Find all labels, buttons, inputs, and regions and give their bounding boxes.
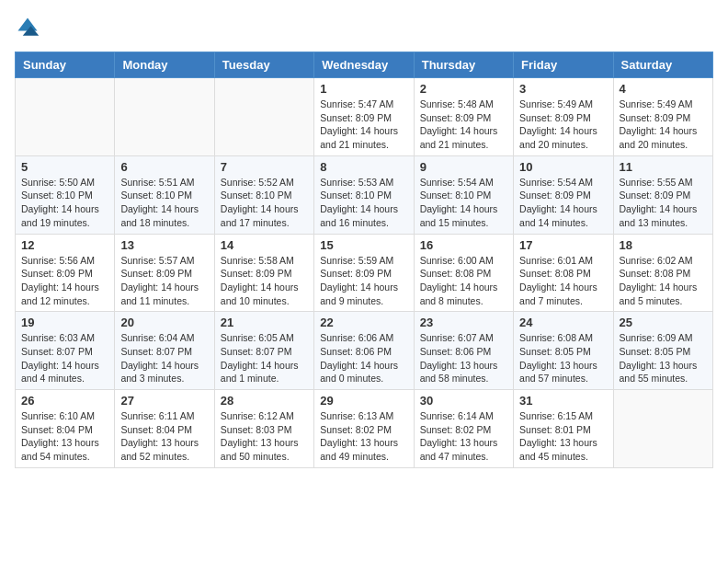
day-cell xyxy=(214,78,313,156)
day-info: Sunrise: 6:03 AM Sunset: 8:07 PM Dayligh… xyxy=(21,331,108,385)
day-info: Sunrise: 6:05 AM Sunset: 8:07 PM Dayligh… xyxy=(221,331,308,385)
day-cell: 6Sunrise: 5:51 AM Sunset: 8:10 PM Daylig… xyxy=(115,155,214,234)
day-info: Sunrise: 5:50 AM Sunset: 8:10 PM Dayligh… xyxy=(21,176,108,230)
day-info: Sunrise: 5:49 AM Sunset: 8:09 PM Dayligh… xyxy=(519,98,607,152)
day-info: Sunrise: 5:49 AM Sunset: 8:09 PM Dayligh… xyxy=(620,98,707,152)
weekday-header-friday: Friday xyxy=(514,52,613,78)
weekday-header-monday: Monday xyxy=(115,52,214,78)
day-number: 20 xyxy=(120,316,208,329)
day-number: 13 xyxy=(120,238,208,252)
day-number: 15 xyxy=(320,238,407,252)
day-info: Sunrise: 5:53 AM Sunset: 8:10 PM Dayligh… xyxy=(320,176,407,230)
day-info: Sunrise: 6:06 AM Sunset: 8:06 PM Dayligh… xyxy=(320,331,407,385)
day-number: 28 xyxy=(221,394,308,408)
day-cell: 26Sunrise: 6:10 AM Sunset: 8:04 PM Dayli… xyxy=(16,390,115,468)
day-cell: 11Sunrise: 5:55 AM Sunset: 8:09 PM Dayli… xyxy=(613,155,712,234)
day-cell: 8Sunrise: 5:53 AM Sunset: 8:10 PM Daylig… xyxy=(314,155,414,234)
day-cell: 14Sunrise: 5:58 AM Sunset: 8:09 PM Dayli… xyxy=(214,234,313,312)
day-cell: 9Sunrise: 5:54 AM Sunset: 8:10 PM Daylig… xyxy=(414,155,513,234)
day-number: 29 xyxy=(320,394,407,408)
day-cell: 5Sunrise: 5:50 AM Sunset: 8:10 PM Daylig… xyxy=(16,155,115,234)
day-number: 17 xyxy=(519,238,607,252)
day-info: Sunrise: 6:09 AM Sunset: 8:05 PM Dayligh… xyxy=(620,331,707,385)
day-info: Sunrise: 5:59 AM Sunset: 8:09 PM Dayligh… xyxy=(320,254,407,308)
day-info: Sunrise: 6:14 AM Sunset: 8:02 PM Dayligh… xyxy=(420,409,507,464)
day-number: 4 xyxy=(620,82,707,96)
day-cell: 1Sunrise: 5:47 AM Sunset: 8:09 PM Daylig… xyxy=(314,78,414,156)
day-info: Sunrise: 5:54 AM Sunset: 8:09 PM Dayligh… xyxy=(519,176,607,230)
day-number: 18 xyxy=(620,238,707,252)
day-number: 16 xyxy=(420,238,507,252)
day-cell: 20Sunrise: 6:04 AM Sunset: 8:07 PM Dayli… xyxy=(115,312,214,390)
day-cell: 29Sunrise: 6:13 AM Sunset: 8:02 PM Dayli… xyxy=(314,390,414,468)
svg-marker-0 xyxy=(18,18,38,31)
day-info: Sunrise: 5:48 AM Sunset: 8:09 PM Dayligh… xyxy=(420,98,507,152)
day-cell: 13Sunrise: 5:57 AM Sunset: 8:09 PM Dayli… xyxy=(115,234,214,312)
day-number: 12 xyxy=(21,238,108,252)
day-number: 14 xyxy=(221,238,308,252)
week-row-4: 19Sunrise: 6:03 AM Sunset: 8:07 PM Dayli… xyxy=(16,312,713,390)
page-header xyxy=(15,15,713,40)
day-info: Sunrise: 6:04 AM Sunset: 8:07 PM Dayligh… xyxy=(120,331,208,385)
day-cell: 21Sunrise: 6:05 AM Sunset: 8:07 PM Dayli… xyxy=(214,312,313,390)
day-cell xyxy=(115,78,214,156)
day-info: Sunrise: 6:13 AM Sunset: 8:02 PM Dayligh… xyxy=(320,409,407,464)
logo xyxy=(15,15,44,40)
day-cell: 23Sunrise: 6:07 AM Sunset: 8:06 PM Dayli… xyxy=(414,312,513,390)
day-number: 24 xyxy=(519,316,607,329)
week-row-5: 26Sunrise: 6:10 AM Sunset: 8:04 PM Dayli… xyxy=(16,390,713,468)
day-info: Sunrise: 6:00 AM Sunset: 8:08 PM Dayligh… xyxy=(420,254,507,308)
day-number: 9 xyxy=(420,160,507,174)
weekday-header-saturday: Saturday xyxy=(613,52,712,78)
day-cell: 30Sunrise: 6:14 AM Sunset: 8:02 PM Dayli… xyxy=(414,390,513,468)
week-row-1: 1Sunrise: 5:47 AM Sunset: 8:09 PM Daylig… xyxy=(16,78,713,156)
day-info: Sunrise: 5:51 AM Sunset: 8:10 PM Dayligh… xyxy=(120,176,208,230)
day-number: 2 xyxy=(420,82,507,96)
day-number: 6 xyxy=(120,160,208,174)
day-cell: 15Sunrise: 5:59 AM Sunset: 8:09 PM Dayli… xyxy=(314,234,414,312)
day-cell: 24Sunrise: 6:08 AM Sunset: 8:05 PM Dayli… xyxy=(514,312,613,390)
day-info: Sunrise: 6:01 AM Sunset: 8:08 PM Dayligh… xyxy=(519,254,607,308)
day-number: 31 xyxy=(519,394,607,408)
day-number: 5 xyxy=(21,160,108,174)
day-cell: 31Sunrise: 6:15 AM Sunset: 8:01 PM Dayli… xyxy=(514,390,613,468)
day-cell xyxy=(613,390,712,468)
day-number: 19 xyxy=(21,316,108,329)
day-cell: 4Sunrise: 5:49 AM Sunset: 8:09 PM Daylig… xyxy=(613,78,712,156)
day-info: Sunrise: 6:07 AM Sunset: 8:06 PM Dayligh… xyxy=(420,331,507,385)
day-cell: 18Sunrise: 6:02 AM Sunset: 8:08 PM Dayli… xyxy=(613,234,712,312)
weekday-header-wednesday: Wednesday xyxy=(314,52,414,78)
day-info: Sunrise: 5:55 AM Sunset: 8:09 PM Dayligh… xyxy=(620,176,707,230)
day-cell: 25Sunrise: 6:09 AM Sunset: 8:05 PM Dayli… xyxy=(613,312,712,390)
day-info: Sunrise: 5:56 AM Sunset: 8:09 PM Dayligh… xyxy=(21,254,108,308)
weekday-header-row: SundayMondayTuesdayWednesdayThursdayFrid… xyxy=(16,52,713,78)
week-row-3: 12Sunrise: 5:56 AM Sunset: 8:09 PM Dayli… xyxy=(16,234,713,312)
day-info: Sunrise: 5:52 AM Sunset: 8:10 PM Dayligh… xyxy=(221,176,308,230)
day-info: Sunrise: 6:12 AM Sunset: 8:03 PM Dayligh… xyxy=(221,409,308,464)
day-info: Sunrise: 6:15 AM Sunset: 8:01 PM Dayligh… xyxy=(519,409,607,464)
day-info: Sunrise: 5:57 AM Sunset: 8:09 PM Dayligh… xyxy=(120,254,208,308)
weekday-header-sunday: Sunday xyxy=(16,52,115,78)
day-number: 26 xyxy=(21,394,108,408)
day-cell: 28Sunrise: 6:12 AM Sunset: 8:03 PM Dayli… xyxy=(214,390,313,468)
day-number: 30 xyxy=(420,394,507,408)
day-number: 3 xyxy=(519,82,607,96)
day-cell: 12Sunrise: 5:56 AM Sunset: 8:09 PM Dayli… xyxy=(16,234,115,312)
day-number: 21 xyxy=(221,316,308,329)
day-info: Sunrise: 5:58 AM Sunset: 8:09 PM Dayligh… xyxy=(221,254,308,308)
day-info: Sunrise: 6:02 AM Sunset: 8:08 PM Dayligh… xyxy=(620,254,707,308)
day-cell: 2Sunrise: 5:48 AM Sunset: 8:09 PM Daylig… xyxy=(414,78,513,156)
day-number: 23 xyxy=(420,316,507,329)
day-cell: 22Sunrise: 6:06 AM Sunset: 8:06 PM Dayli… xyxy=(314,312,414,390)
weekday-header-tuesday: Tuesday xyxy=(214,52,313,78)
day-number: 27 xyxy=(120,394,208,408)
day-info: Sunrise: 6:10 AM Sunset: 8:04 PM Dayligh… xyxy=(21,409,108,464)
day-cell: 7Sunrise: 5:52 AM Sunset: 8:10 PM Daylig… xyxy=(214,155,313,234)
day-number: 7 xyxy=(221,160,308,174)
day-cell: 19Sunrise: 6:03 AM Sunset: 8:07 PM Dayli… xyxy=(16,312,115,390)
logo-icon xyxy=(15,15,40,40)
day-cell: 10Sunrise: 5:54 AM Sunset: 8:09 PM Dayli… xyxy=(514,155,613,234)
day-cell: 17Sunrise: 6:01 AM Sunset: 8:08 PM Dayli… xyxy=(514,234,613,312)
day-info: Sunrise: 5:47 AM Sunset: 8:09 PM Dayligh… xyxy=(320,98,407,152)
day-number: 22 xyxy=(320,316,407,329)
